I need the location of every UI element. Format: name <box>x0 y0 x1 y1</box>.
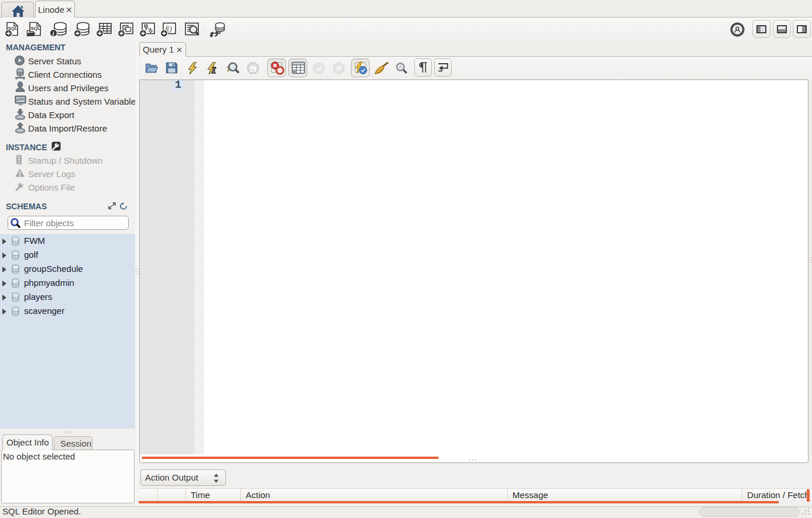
svg-text:SQL: SQL <box>31 26 41 31</box>
